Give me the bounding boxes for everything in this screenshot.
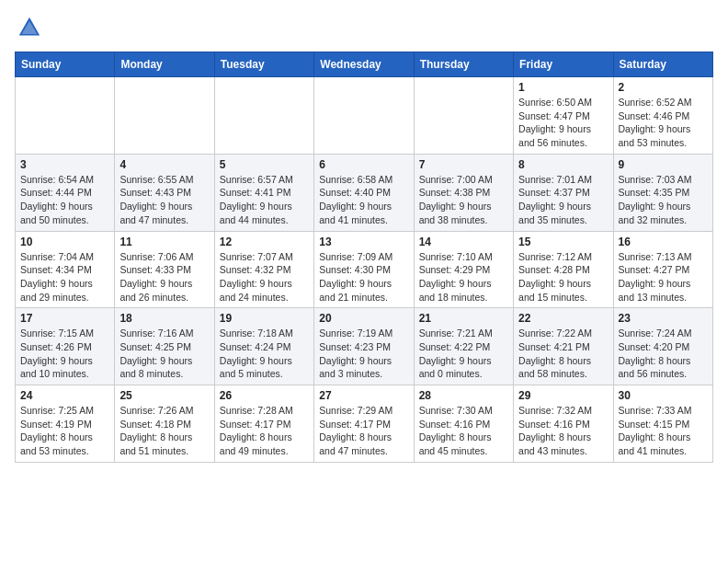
- day-number: 12: [220, 236, 309, 248]
- day-info: Sunrise: 7:24 AM Sunset: 4:20 PM Dayligh…: [619, 327, 708, 381]
- day-number: 23: [619, 312, 708, 325]
- calendar-day-cell: 27Sunrise: 7:29 AM Sunset: 4:17 PM Dayli…: [314, 385, 414, 463]
- calendar-day-cell: 25Sunrise: 7:26 AM Sunset: 4:18 PM Dayli…: [115, 385, 214, 463]
- weekday-header-tuesday: Tuesday: [214, 52, 313, 77]
- day-number: 14: [419, 236, 508, 248]
- calendar-day-cell: 1Sunrise: 6:50 AM Sunset: 4:47 PM Daylig…: [514, 77, 613, 155]
- calendar-week-row: 24Sunrise: 7:25 AM Sunset: 4:19 PM Dayli…: [16, 385, 713, 463]
- calendar-day-cell: 15Sunrise: 7:12 AM Sunset: 4:28 PM Dayli…: [514, 231, 613, 308]
- day-info: Sunrise: 7:19 AM Sunset: 4:23 PM Dayligh…: [319, 327, 408, 381]
- day-info: Sunrise: 7:26 AM Sunset: 4:18 PM Dayligh…: [119, 404, 209, 458]
- calendar-day-cell: 3Sunrise: 6:54 AM Sunset: 4:44 PM Daylig…: [16, 154, 115, 231]
- calendar-week-row: 1Sunrise: 6:50 AM Sunset: 4:47 PM Daylig…: [16, 77, 713, 155]
- calendar-day-cell: 22Sunrise: 7:22 AM Sunset: 4:21 PM Dayli…: [514, 308, 613, 385]
- calendar-day-cell: 19Sunrise: 7:18 AM Sunset: 4:24 PM Dayli…: [214, 308, 313, 385]
- day-number: 4: [119, 158, 209, 171]
- calendar-day-cell: 2Sunrise: 6:52 AM Sunset: 4:46 PM Daylig…: [613, 77, 712, 155]
- day-number: 10: [20, 236, 109, 248]
- weekday-header-thursday: Thursday: [414, 52, 513, 77]
- day-info: Sunrise: 7:12 AM Sunset: 4:28 PM Dayligh…: [518, 250, 608, 304]
- calendar-day-cell: 7Sunrise: 7:00 AM Sunset: 4:38 PM Daylig…: [414, 154, 513, 231]
- day-info: Sunrise: 7:22 AM Sunset: 4:21 PM Dayligh…: [518, 327, 608, 381]
- calendar-week-row: 3Sunrise: 6:54 AM Sunset: 4:44 PM Daylig…: [16, 154, 713, 231]
- calendar-day-cell: 28Sunrise: 7:30 AM Sunset: 4:16 PM Dayli…: [414, 385, 513, 463]
- calendar-day-cell: 11Sunrise: 7:06 AM Sunset: 4:33 PM Dayli…: [115, 231, 214, 308]
- calendar-day-cell: [414, 77, 513, 155]
- weekday-header-sunday: Sunday: [16, 52, 115, 77]
- day-number: 5: [220, 158, 309, 171]
- weekday-header-friday: Friday: [514, 52, 613, 77]
- day-info: Sunrise: 7:13 AM Sunset: 4:27 PM Dayligh…: [619, 250, 708, 304]
- day-info: Sunrise: 7:00 AM Sunset: 4:38 PM Dayligh…: [419, 173, 508, 227]
- calendar-day-cell: 20Sunrise: 7:19 AM Sunset: 4:23 PM Dayli…: [314, 308, 414, 385]
- day-info: Sunrise: 6:57 AM Sunset: 4:41 PM Dayligh…: [220, 173, 309, 227]
- day-info: Sunrise: 6:55 AM Sunset: 4:43 PM Dayligh…: [119, 173, 209, 227]
- day-info: Sunrise: 6:54 AM Sunset: 4:44 PM Dayligh…: [20, 173, 109, 227]
- day-number: 28: [419, 389, 508, 402]
- calendar-header-row: SundayMondayTuesdayWednesdayThursdayFrid…: [16, 52, 713, 77]
- day-number: 18: [119, 312, 209, 325]
- day-info: Sunrise: 7:03 AM Sunset: 4:35 PM Dayligh…: [619, 173, 708, 227]
- day-number: 13: [319, 236, 408, 248]
- calendar-day-cell: 6Sunrise: 6:58 AM Sunset: 4:40 PM Daylig…: [314, 154, 414, 231]
- day-info: Sunrise: 7:33 AM Sunset: 4:15 PM Dayligh…: [619, 404, 708, 458]
- day-number: 27: [319, 389, 408, 402]
- logo: [15, 15, 42, 44]
- day-info: Sunrise: 6:50 AM Sunset: 4:47 PM Dayligh…: [518, 96, 608, 150]
- day-info: Sunrise: 7:28 AM Sunset: 4:17 PM Dayligh…: [220, 404, 309, 458]
- calendar-day-cell: 24Sunrise: 7:25 AM Sunset: 4:19 PM Dayli…: [16, 385, 115, 463]
- calendar-day-cell: 10Sunrise: 7:04 AM Sunset: 4:34 PM Dayli…: [16, 231, 115, 308]
- day-info: Sunrise: 7:32 AM Sunset: 4:16 PM Dayligh…: [518, 404, 608, 458]
- day-number: 19: [220, 312, 309, 325]
- day-number: 24: [20, 389, 109, 402]
- day-number: 15: [518, 236, 608, 248]
- weekday-header-saturday: Saturday: [613, 52, 712, 77]
- day-info: Sunrise: 7:21 AM Sunset: 4:22 PM Dayligh…: [419, 327, 508, 381]
- day-number: 21: [419, 312, 508, 325]
- logo-icon: [17, 15, 42, 40]
- day-info: Sunrise: 7:01 AM Sunset: 4:37 PM Dayligh…: [518, 173, 608, 227]
- calendar-day-cell: 14Sunrise: 7:10 AM Sunset: 4:29 PM Dayli…: [414, 231, 513, 308]
- calendar-day-cell: 26Sunrise: 7:28 AM Sunset: 4:17 PM Dayli…: [214, 385, 313, 463]
- calendar-day-cell: 17Sunrise: 7:15 AM Sunset: 4:26 PM Dayli…: [16, 308, 115, 385]
- calendar-week-row: 10Sunrise: 7:04 AM Sunset: 4:34 PM Dayli…: [16, 231, 713, 308]
- day-number: 25: [119, 389, 209, 402]
- calendar-day-cell: 23Sunrise: 7:24 AM Sunset: 4:20 PM Dayli…: [613, 308, 712, 385]
- day-number: 22: [518, 312, 608, 325]
- calendar-day-cell: 21Sunrise: 7:21 AM Sunset: 4:22 PM Dayli…: [414, 308, 513, 385]
- day-info: Sunrise: 7:10 AM Sunset: 4:29 PM Dayligh…: [419, 250, 508, 304]
- calendar-table: SundayMondayTuesdayWednesdayThursdayFrid…: [15, 52, 713, 463]
- day-number: 17: [20, 312, 109, 325]
- calendar-day-cell: 4Sunrise: 6:55 AM Sunset: 4:43 PM Daylig…: [115, 154, 214, 231]
- day-info: Sunrise: 7:09 AM Sunset: 4:30 PM Dayligh…: [319, 250, 408, 304]
- calendar-day-cell: [115, 77, 214, 155]
- day-info: Sunrise: 7:15 AM Sunset: 4:26 PM Dayligh…: [20, 327, 109, 381]
- calendar-day-cell: 9Sunrise: 7:03 AM Sunset: 4:35 PM Daylig…: [613, 154, 712, 231]
- calendar-day-cell: [314, 77, 414, 155]
- day-info: Sunrise: 7:18 AM Sunset: 4:24 PM Dayligh…: [220, 327, 309, 381]
- day-info: Sunrise: 7:16 AM Sunset: 4:25 PM Dayligh…: [119, 327, 209, 381]
- day-info: Sunrise: 7:29 AM Sunset: 4:17 PM Dayligh…: [319, 404, 408, 458]
- day-number: 3: [20, 158, 109, 171]
- page-header: [15, 15, 713, 44]
- calendar-day-cell: 13Sunrise: 7:09 AM Sunset: 4:30 PM Dayli…: [314, 231, 414, 308]
- day-number: 30: [619, 389, 708, 402]
- calendar-day-cell: [214, 77, 313, 155]
- calendar-day-cell: 30Sunrise: 7:33 AM Sunset: 4:15 PM Dayli…: [613, 385, 712, 463]
- day-number: 11: [119, 236, 209, 248]
- calendar-day-cell: 16Sunrise: 7:13 AM Sunset: 4:27 PM Dayli…: [613, 231, 712, 308]
- calendar-week-row: 17Sunrise: 7:15 AM Sunset: 4:26 PM Dayli…: [16, 308, 713, 385]
- day-info: Sunrise: 6:58 AM Sunset: 4:40 PM Dayligh…: [319, 173, 408, 227]
- day-info: Sunrise: 7:04 AM Sunset: 4:34 PM Dayligh…: [20, 250, 109, 304]
- day-number: 8: [518, 158, 608, 171]
- day-info: Sunrise: 7:06 AM Sunset: 4:33 PM Dayligh…: [119, 250, 209, 304]
- day-number: 7: [419, 158, 508, 171]
- calendar-day-cell: 18Sunrise: 7:16 AM Sunset: 4:25 PM Dayli…: [115, 308, 214, 385]
- calendar-day-cell: 8Sunrise: 7:01 AM Sunset: 4:37 PM Daylig…: [514, 154, 613, 231]
- day-info: Sunrise: 7:07 AM Sunset: 4:32 PM Dayligh…: [220, 250, 309, 304]
- day-number: 2: [619, 81, 708, 94]
- day-info: Sunrise: 6:52 AM Sunset: 4:46 PM Dayligh…: [619, 96, 708, 150]
- weekday-header-monday: Monday: [115, 52, 214, 77]
- day-number: 29: [518, 389, 608, 402]
- day-number: 9: [619, 158, 708, 171]
